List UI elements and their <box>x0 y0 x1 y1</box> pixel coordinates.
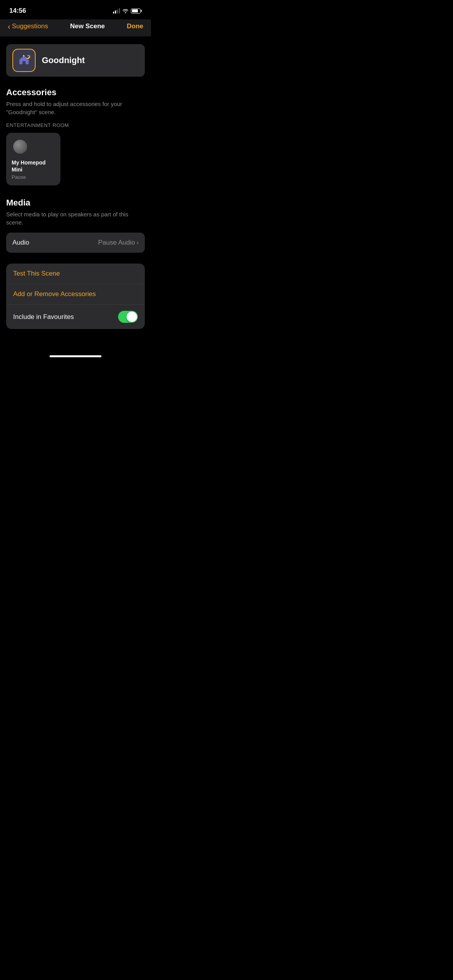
back-button[interactable]: ‹ Suggestions <box>8 22 48 30</box>
battery-icon <box>131 9 142 14</box>
accessories-section: Accessories Press and hold to adjust acc… <box>6 87 145 185</box>
add-remove-label: Add or Remove Accessories <box>13 290 96 298</box>
favourites-label: Include in Favourites <box>13 313 74 321</box>
nav-title: New Scene <box>70 22 105 30</box>
accessory-status: Pause <box>12 174 26 180</box>
svg-text:✦: ✦ <box>22 54 25 58</box>
audio-value-text: Pause Audio <box>98 239 135 247</box>
homepod-sphere <box>13 140 27 154</box>
scene-icon: 🌙 ✦ ✦ <box>12 49 36 72</box>
svg-text:✦: ✦ <box>27 55 29 57</box>
toggle-knob <box>127 312 137 322</box>
accessories-title: Accessories <box>6 87 145 98</box>
media-section: Media Select media to play on speakers a… <box>6 198 145 253</box>
audio-value: Pause Audio › <box>98 239 139 247</box>
back-chevron-icon: ‹ <box>8 22 10 30</box>
room-label: ENTERTAINMENT ROOM <box>6 122 145 128</box>
test-scene-row[interactable]: Test This Scene <box>6 264 145 284</box>
status-bar: 14:56 <box>0 0 151 19</box>
status-time: 14:56 <box>9 7 26 15</box>
scene-name-label: Goodnight <box>42 55 85 65</box>
favourites-toggle[interactable] <box>118 311 138 323</box>
main-content: 🌙 ✦ ✦ Goodnight Accessories Press and ho… <box>0 36 151 352</box>
home-indicator <box>0 352 151 365</box>
done-button[interactable]: Done <box>127 22 143 30</box>
homepod-icon <box>12 138 29 155</box>
audio-row[interactable]: Audio Pause Audio › <box>6 233 145 253</box>
scene-name-row[interactable]: 🌙 ✦ ✦ Goodnight <box>6 44 145 77</box>
media-subtitle: Select media to play on speakers as part… <box>6 210 145 226</box>
scene-icon-inner: 🌙 ✦ ✦ <box>16 53 32 68</box>
favourites-row[interactable]: Include in Favourites <box>6 305 145 329</box>
chevron-right-icon: › <box>137 239 139 246</box>
media-title: Media <box>6 198 145 208</box>
signal-icon <box>113 8 120 14</box>
accessory-card[interactable]: My Homepod Mini Pause <box>6 133 60 185</box>
add-remove-row[interactable]: Add or Remove Accessories <box>6 284 145 305</box>
nav-bar: ‹ Suggestions New Scene Done <box>0 19 151 36</box>
audio-label: Audio <box>12 239 29 247</box>
house-icon: 🌙 ✦ ✦ <box>16 53 32 67</box>
accessories-subtitle: Press and hold to adjust accessories for… <box>6 100 145 116</box>
status-icons <box>113 8 142 14</box>
test-scene-label: Test This Scene <box>13 270 60 278</box>
accessory-name: My Homepod Mini <box>12 159 55 173</box>
actions-section: Test This Scene Add or Remove Accessorie… <box>6 264 145 329</box>
home-indicator-bar <box>50 355 101 357</box>
wifi-icon <box>122 8 129 14</box>
back-label: Suggestions <box>12 22 48 30</box>
